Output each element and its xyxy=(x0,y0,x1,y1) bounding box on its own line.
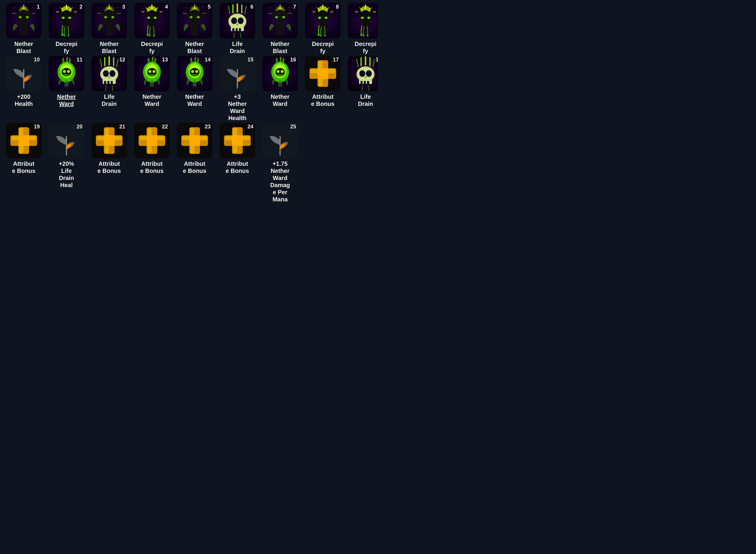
skill-cell-23[interactable]: 23Attribute Bonus xyxy=(174,123,215,203)
skill-icon-2: 2 xyxy=(49,3,84,39)
skill-label-11: NetherWard xyxy=(57,93,76,107)
svg-rect-119 xyxy=(107,81,109,85)
skill-cell-8[interactable]: 8Decrepify xyxy=(302,3,343,55)
svg-point-38 xyxy=(154,17,157,19)
skill-label-5: NetherBlast xyxy=(185,40,204,55)
skill-cell-15[interactable]: 15+3NetherWardHealth xyxy=(217,56,258,122)
skill-cell-11[interactable]: 11NetherWard xyxy=(46,56,87,122)
skill-number-5: 5 xyxy=(208,4,211,9)
skill-number-18: 18 xyxy=(376,57,378,62)
skill-label-2: Decrepify xyxy=(55,40,77,55)
svg-rect-163 xyxy=(364,81,366,85)
skill-number-20: 20 xyxy=(76,124,83,129)
svg-line-64 xyxy=(234,33,234,38)
svg-point-129 xyxy=(153,70,156,73)
skill-cell-24[interactable]: 24Attribute Bonus xyxy=(217,123,258,203)
svg-point-86 xyxy=(324,35,326,37)
skill-label-4: Decrepify xyxy=(141,40,163,55)
skill-cell-1[interactable]: 1NetherBlast xyxy=(3,3,45,55)
skill-cell-12[interactable]: 12LifeDrain xyxy=(89,56,130,122)
skill-cell-4[interactable]: 4Decrepify xyxy=(131,3,173,55)
svg-rect-151 xyxy=(318,68,328,79)
skill-number-12: 12 xyxy=(119,57,125,62)
svg-rect-120 xyxy=(111,81,113,85)
skill-cell-2[interactable]: 2Decrepify xyxy=(46,3,87,55)
skill-icon-9: 9 xyxy=(348,3,378,39)
svg-rect-164 xyxy=(367,81,369,85)
svg-rect-61 xyxy=(232,28,234,32)
skill-label-12: LifeDrain xyxy=(102,93,117,107)
skill-grid: 1NetherBlast 2Decrepify xyxy=(0,0,378,206)
svg-line-121 xyxy=(106,86,106,91)
skill-icon-25: 25 xyxy=(262,123,298,158)
svg-point-84 xyxy=(318,34,320,36)
svg-point-16 xyxy=(62,17,65,19)
skill-cell-3[interactable]: 3NetherBlast xyxy=(89,3,130,55)
svg-rect-63 xyxy=(239,28,241,32)
skill-cell-18[interactable]: 18LifeDrain xyxy=(345,56,378,122)
skill-label-16: NetherWard xyxy=(271,93,289,107)
skill-icon-12: 12 xyxy=(91,56,127,91)
skill-label-18: LifeDrain xyxy=(358,93,373,107)
skill-number-4: 4 xyxy=(165,4,168,9)
skill-label-22: Attribute Bonus xyxy=(140,160,164,174)
skill-icon-17: 17 xyxy=(305,56,341,91)
svg-point-83 xyxy=(325,17,328,19)
skill-number-16: 16 xyxy=(290,57,296,62)
svg-point-28 xyxy=(104,16,107,18)
skill-icon-18: 18 xyxy=(348,56,378,91)
svg-point-17 xyxy=(68,17,71,19)
skill-number-7: 7 xyxy=(293,4,296,9)
svg-point-106 xyxy=(63,70,66,73)
skill-label-14: NetherWard xyxy=(185,93,204,107)
skill-icon-16: 16 xyxy=(262,56,298,91)
skill-cell-9[interactable]: 9Decrepify xyxy=(345,3,378,55)
svg-point-144 xyxy=(276,70,279,73)
skill-cell-20[interactable]: 20+20%LifeDrainHeal xyxy=(46,123,87,203)
skill-cell-19[interactable]: 19Attribute Bonus xyxy=(3,123,45,203)
skill-cell-22[interactable]: 22Attribute Bonus xyxy=(131,123,173,203)
svg-point-107 xyxy=(67,70,70,73)
skill-cell-5[interactable]: 5NetherBlast xyxy=(174,3,215,55)
skill-cell-25[interactable]: 25+1.75NetherWardDamage PerMana xyxy=(259,123,301,203)
skill-label-24: Attribute Bonus xyxy=(226,160,249,174)
svg-point-136 xyxy=(195,70,198,73)
skill-icon-14: 14 xyxy=(177,56,212,91)
skill-cell-13[interactable]: 13NetherWard xyxy=(131,56,173,122)
svg-point-19 xyxy=(63,35,65,37)
skill-number-21: 21 xyxy=(119,124,125,129)
skill-number-3: 3 xyxy=(122,4,125,9)
svg-point-73 xyxy=(275,16,278,18)
skill-label-15: +3NetherWardHealth xyxy=(228,93,247,122)
svg-point-41 xyxy=(153,35,155,37)
svg-point-74 xyxy=(282,16,285,18)
skill-icon-5: 5 xyxy=(177,3,212,39)
skill-number-15: 15 xyxy=(248,57,253,62)
skill-number-10: 10 xyxy=(34,57,40,62)
skill-cell-7[interactable]: 7NetherBlast xyxy=(259,3,301,55)
skill-label-23: Attribute Bonus xyxy=(183,160,207,174)
svg-point-116 xyxy=(103,70,109,77)
svg-line-165 xyxy=(362,86,363,91)
svg-point-145 xyxy=(281,70,284,73)
skill-label-8: Decrepify xyxy=(312,40,333,55)
svg-point-85 xyxy=(320,35,322,37)
svg-point-135 xyxy=(191,70,194,73)
svg-line-166 xyxy=(369,86,369,91)
skill-cell-21[interactable]: 21Attribute Bonus xyxy=(89,123,130,203)
skill-number-24: 24 xyxy=(248,124,253,129)
skill-icon-11: 11 xyxy=(49,56,84,91)
svg-point-18 xyxy=(61,34,63,36)
skill-cell-17[interactable]: 17Attribute Bonus xyxy=(302,56,343,122)
svg-point-50 xyxy=(197,16,200,18)
skill-cell-6[interactable]: 6LifeDrain xyxy=(217,3,258,55)
skill-number-17: 17 xyxy=(333,57,339,62)
skill-cell-16[interactable]: 16NetherWard xyxy=(259,56,301,122)
skill-cell-10[interactable]: 10+200Health xyxy=(3,56,45,122)
svg-rect-162 xyxy=(361,81,363,85)
skill-icon-4: 4 xyxy=(134,3,170,39)
svg-point-59 xyxy=(231,17,237,24)
skill-cell-14[interactable]: 14NetherWard xyxy=(174,56,215,122)
skill-number-11: 11 xyxy=(76,57,83,62)
skill-icon-15: 15 xyxy=(220,56,255,91)
